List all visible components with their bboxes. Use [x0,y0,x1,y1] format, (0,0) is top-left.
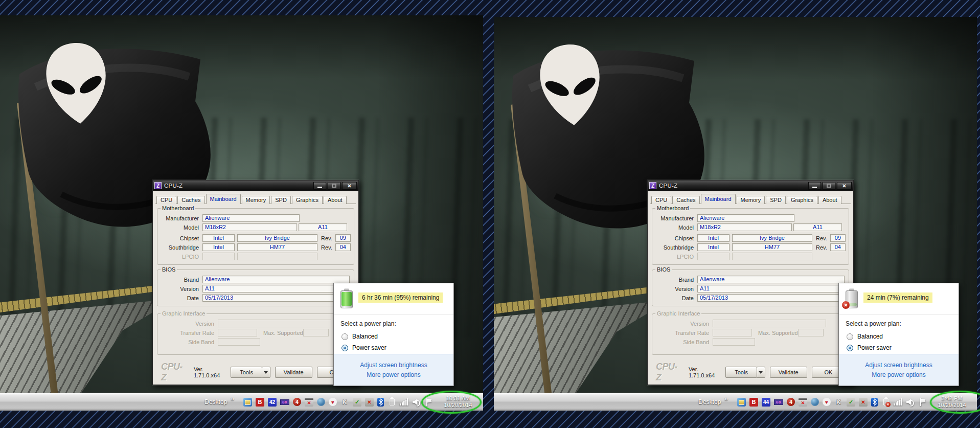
red-badge-tray-icon[interactable]: 4 [293,398,301,406]
k-app-tray-icon[interactable]: K [834,398,843,407]
radio-balanced[interactable] [341,333,348,340]
network-signal-tray-icon[interactable] [894,398,902,407]
gi-max-supported-field [303,329,329,336]
device-error-tray-icon[interactable] [859,398,868,407]
volume-tray-icon[interactable] [906,398,915,407]
tools-dropdown-button[interactable] [262,367,270,378]
tools-button[interactable]: Tools [725,367,757,378]
battery-tray-icon[interactable] [388,398,396,407]
k-app-tray-icon[interactable]: K [340,398,349,407]
bluetooth-tray-icon[interactable] [871,398,878,407]
minimize-icon [317,187,322,188]
window-error-tray-icon[interactable] [799,398,807,407]
validate-button[interactable]: Validate [275,367,312,378]
counter-tray-icon[interactable]: 42 [268,398,277,407]
tab-about[interactable]: About [818,196,841,204]
device-ok-tray-icon[interactable] [353,398,361,407]
southbridge-label: Southbridge [656,244,697,251]
desktop-toolbar-label[interactable]: Desktop [698,398,721,406]
tab-mainboard[interactable]: Mainboard [206,194,241,204]
gi-transfer-rate-label: Transfer Rate [162,330,218,336]
bios-version-label: Version [162,286,202,292]
counter-tray-icon[interactable]: 44 [762,398,770,407]
led-counter-tray-icon[interactable]: 60 [280,399,289,405]
more-power-options-link[interactable]: More power options [367,371,420,378]
tab-caches[interactable]: Caches [672,196,699,204]
tab-memory[interactable]: Memory [737,196,765,204]
chipset-name-value: Ivy Bridge [237,234,317,242]
b-app-tray-icon[interactable]: B [749,398,758,407]
bios-brand-value: Alienware [202,276,350,283]
action-center-flag-icon[interactable] [918,398,927,407]
tab-graphics[interactable]: Graphics [292,196,323,204]
adjust-brightness-link[interactable]: Adjust screen brightness [865,362,932,369]
app-window-tray-icon[interactable] [243,398,252,407]
tab-mainboard[interactable]: Mainboard [701,194,736,204]
gi-side-band-field [713,338,755,346]
tab-memory[interactable]: Memory [242,196,270,204]
network-signal-tray-icon[interactable] [400,398,408,407]
radio-power-saver[interactable] [847,345,853,351]
tab-cpu[interactable]: CPU [156,196,176,204]
minimize-button[interactable] [313,182,326,190]
notification-tray: B 44 60 4 K [737,398,927,407]
taskbar-clock[interactable]: 3:42 PM 10/20/2014 [933,395,970,409]
bluetooth-tray-icon[interactable] [377,398,384,407]
tools-button[interactable]: Tools [231,367,262,378]
bios-version-label: Version [656,286,697,292]
battery-flyout: 6 hr 36 min (95%) remaining Select a pow… [333,283,454,386]
b-app-tray-icon[interactable]: B [256,398,264,407]
heart-tray-icon[interactable] [823,398,831,406]
close-button[interactable] [837,182,852,190]
window-error-tray-icon[interactable] [305,398,313,407]
red-badge-tray-icon[interactable]: 4 [787,398,795,406]
battery-icon [846,288,858,309]
minimize-button[interactable] [808,182,821,190]
battery-status-row: 6 hr 36 min (95%) remaining [334,283,453,314]
tab-graphics[interactable]: Graphics [787,196,817,204]
tools-dropdown-button[interactable] [757,367,765,378]
close-button[interactable] [342,182,357,190]
cpuz-window: Z CPU-Z CPU Caches Mainboard Memory SPD … [647,180,854,385]
led-counter-tray-icon[interactable]: 60 [774,399,783,405]
power-plan-balanced[interactable]: Balanced [334,331,453,342]
volume-tray-icon[interactable] [412,398,421,407]
power-plan-power-saver[interactable]: Power saver [839,342,959,353]
battery-outline-icon [390,398,395,406]
cpuz-window-title: CPU-Z [164,183,311,189]
validate-button[interactable]: Validate [770,367,807,378]
lpcio-vendor-field [202,253,235,260]
maximize-button[interactable] [328,182,340,190]
tab-spd[interactable]: SPD [766,196,786,204]
device-ok-tray-icon[interactable] [847,398,855,407]
tab-caches[interactable]: Caches [177,196,204,204]
cpuz-titlebar[interactable]: Z CPU-Z [153,181,358,191]
maximize-button[interactable] [823,182,835,190]
taskbar-clock[interactable]: 10:31 AM 10/20/2014 [440,395,476,409]
tab-cpu[interactable]: CPU [651,196,671,204]
toolbar-overflow-chevron[interactable]: » [724,395,728,402]
tab-spd[interactable]: SPD [271,196,291,204]
battery-tray-icon[interactable] [881,398,890,407]
tab-about[interactable]: About [324,196,347,204]
globe-tray-icon[interactable] [317,398,325,406]
device-error-tray-icon[interactable] [365,398,374,407]
power-plan-balanced[interactable]: Balanced [839,331,959,342]
cpuz-titlebar[interactable]: Z CPU-Z [648,181,853,191]
heart-tray-icon[interactable] [329,398,337,406]
radio-power-saver[interactable] [341,345,348,351]
radio-balanced[interactable] [847,333,853,340]
globe-tray-icon[interactable] [811,398,819,406]
app-window-tray-icon[interactable] [737,398,746,407]
power-plan-power-saver[interactable]: Power saver [334,342,453,353]
chipset-name-value: Ivy Bridge [732,234,812,242]
battery-status-text: 6 hr 36 min (95%) remaining [358,292,443,303]
toolbar-overflow-chevron[interactable]: » [231,395,234,402]
bios-brand-value: Alienware [697,276,845,283]
adjust-brightness-link[interactable]: Adjust screen brightness [360,362,427,369]
action-center-flag-icon[interactable] [424,398,433,407]
more-power-options-link[interactable]: More power options [872,371,925,378]
chipset-label: Chipset [162,235,202,241]
bios-date-label: Date [656,295,697,301]
desktop-toolbar-label[interactable]: Desktop [204,398,227,406]
